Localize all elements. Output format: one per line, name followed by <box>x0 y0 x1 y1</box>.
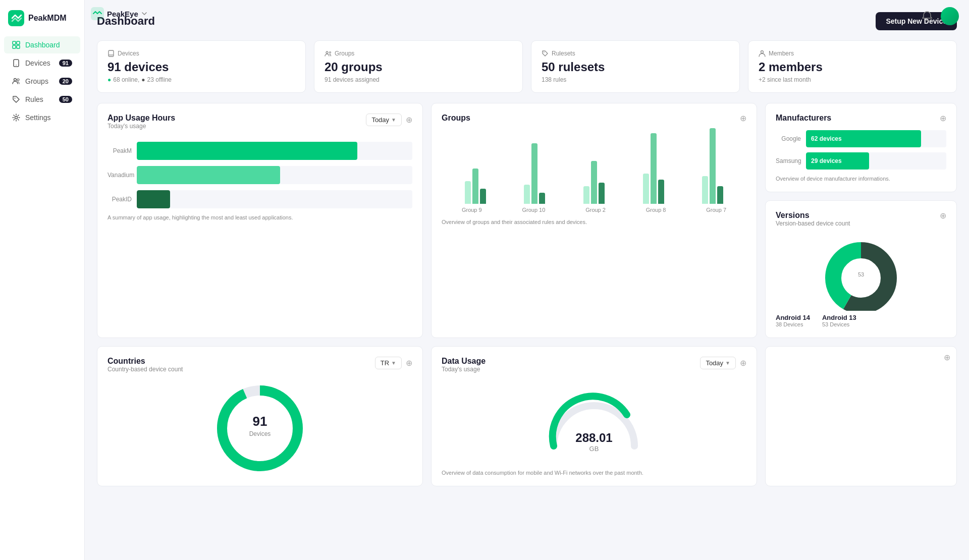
sidebar-item-label: Groups <box>25 77 48 85</box>
sidebar-item-settings[interactable]: Settings <box>4 109 80 126</box>
svg-rect-2 <box>17 41 20 44</box>
versions-donut-svg: 53 <box>816 240 906 311</box>
bar <box>583 186 589 204</box>
sidebar-item-label: Settings <box>25 114 51 122</box>
bar <box>651 133 657 204</box>
data-usage-widget: Data Usage Today's usage Today ▼ ⊕ <box>431 346 757 486</box>
card-sub: ● 68 online, ● 23 offline <box>107 76 295 83</box>
svg-rect-5 <box>14 60 19 67</box>
chevron-down-icon: ▼ <box>391 360 396 366</box>
widget-subtitle: Today's usage <box>107 123 175 130</box>
logo: PeakMDM <box>0 8 84 36</box>
data-usage-dropdown[interactable]: Today ▼ <box>700 357 736 369</box>
tag-icon-card <box>542 50 549 57</box>
countries-donut-container: 91 Devices <box>107 383 412 474</box>
widget-add-btn[interactable]: ⊕ <box>944 353 950 362</box>
rules-badge: 50 <box>59 96 72 103</box>
bar <box>717 186 723 204</box>
sidebar-item-devices[interactable]: Devices 91 <box>4 54 80 72</box>
app-usage-dropdown[interactable]: Today ▼ <box>366 114 402 126</box>
bell-icon[interactable] <box>922 11 933 22</box>
app-usage-bars: PeakM Vanadium PeakID <box>107 142 412 208</box>
widget-add-btn[interactable]: ⊕ <box>940 114 946 123</box>
app-bar-row: PeakID <box>107 190 412 208</box>
countries-dropdown[interactable]: TR ▼ <box>375 357 402 369</box>
svg-text:288.01: 288.01 <box>575 431 612 444</box>
settings-icon <box>12 114 20 122</box>
bar <box>524 185 530 204</box>
svg-rect-12 <box>109 50 114 57</box>
sidebar-item-rules[interactable]: Rules 50 <box>4 91 80 108</box>
group-icon <box>325 50 332 57</box>
data-usage-footer: Overview of data consumption for mobile … <box>442 470 746 476</box>
widget-add-btn[interactable]: ⊕ <box>740 358 746 368</box>
logo-icon <box>8 10 24 26</box>
right-column: Manufacturers ⊕ Google 62 devices Samsun… <box>765 103 957 338</box>
chevron-down-icon: ▼ <box>725 360 730 366</box>
bar <box>599 183 605 204</box>
card-label: Devices <box>107 50 295 57</box>
svg-text:Devices: Devices <box>249 430 271 437</box>
sidebar-item-groups[interactable]: Groups 20 <box>4 73 80 90</box>
groups-badge: 20 <box>59 78 72 85</box>
bar <box>702 176 708 204</box>
bar <box>531 143 537 204</box>
widget-add-btn[interactable]: ⊕ <box>940 211 946 220</box>
svg-point-9 <box>15 98 16 99</box>
svg-point-6 <box>16 65 17 66</box>
app-selector[interactable]: PeakEye <box>91 7 147 20</box>
widget-add-btn[interactable]: ⊕ <box>406 358 412 368</box>
svg-text:91: 91 <box>253 414 267 429</box>
tag-icon <box>12 95 20 103</box>
bar <box>465 181 471 204</box>
summary-card-rulesets: Rulesets 50 rulesets 138 rules <box>531 40 740 93</box>
versions-donut: 53 <box>776 240 946 311</box>
user-avatar[interactable] <box>941 7 959 25</box>
logo-text: PeakMDM <box>28 14 67 23</box>
bar <box>472 169 478 204</box>
svg-point-16 <box>544 52 545 53</box>
widget-add-btn[interactable]: ⊕ <box>406 115 412 125</box>
svg-point-14 <box>326 51 328 53</box>
summary-card-devices: Devices 91 devices ● 68 online, ● 23 off… <box>97 40 306 93</box>
right-column-bottom: ⊕ <box>765 346 957 486</box>
empty-widget: ⊕ <box>765 346 957 486</box>
countries-widget: Countries Country-based device count TR … <box>97 346 423 486</box>
svg-point-8 <box>17 79 19 81</box>
grid-icon <box>12 41 20 49</box>
svg-point-7 <box>14 79 17 81</box>
top-bar-right <box>922 7 959 25</box>
app-selector-icon <box>91 7 104 20</box>
app-selector-label: PeakEye <box>107 10 138 18</box>
widget-title: Countries <box>107 357 183 366</box>
members-icon <box>759 50 766 57</box>
app-usage-footer: A summary of app usage, highlighting the… <box>107 214 412 220</box>
manufacturers-bars: Google 62 devices Samsung 29 devices <box>776 130 946 170</box>
groups-chart: Group 9 Group 10 Group 2 Group 8 Group 7 <box>442 128 746 213</box>
main-content: PeakEye Dashboard Setup New Device Devic… <box>85 0 969 560</box>
groups-widget: Groups ⊕ <box>431 103 757 338</box>
svg-text:53: 53 <box>858 271 864 277</box>
card-value: 91 devices <box>107 60 295 74</box>
bar <box>643 174 649 204</box>
bar <box>539 193 545 204</box>
users-icon <box>12 77 20 85</box>
widget-title: Manufacturers <box>776 114 831 123</box>
versions-legend-item-android13: Android 13 53 Devices <box>822 314 856 327</box>
device-icon <box>107 50 115 57</box>
summary-cards: Devices 91 devices ● 68 online, ● 23 off… <box>97 40 957 93</box>
versions-legend-item-android14: Android 14 38 Devices <box>776 314 810 327</box>
widget-title: App Usage Hours <box>107 114 175 123</box>
app-usage-widget: App Usage Hours Today's usage Today ▼ ⊕ … <box>97 103 423 338</box>
app-bar-row: Vanadium <box>107 166 412 184</box>
svg-rect-3 <box>13 45 16 48</box>
sidebar-item-label: Rules <box>25 95 43 103</box>
sidebar-item-dashboard[interactable]: Dashboard <box>4 36 80 53</box>
smartphone-icon <box>12 59 20 67</box>
app-bar-row: PeakM <box>107 142 412 160</box>
bar <box>591 161 597 204</box>
bar <box>658 180 664 204</box>
gauge-svg: 288.01 GB <box>544 390 644 456</box>
widget-add-btn[interactable]: ⊕ <box>740 114 746 123</box>
manufacturers-footer: Overview of device manufacturer informat… <box>776 176 946 182</box>
